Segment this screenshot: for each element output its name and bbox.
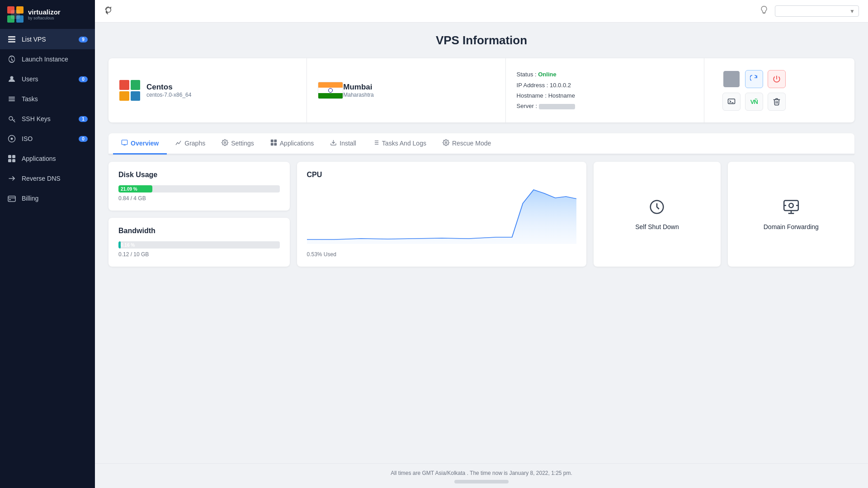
hostname-label: Hostname : (517, 92, 547, 99)
sidebar-label-applications: Applications (22, 155, 88, 162)
domain-forwarding-label: Domain Forwarding (764, 223, 819, 230)
tab-settings[interactable]: Settings (213, 133, 262, 155)
self-shutdown-icon (648, 198, 665, 219)
svg-rect-31 (274, 143, 277, 145)
os-version: centos-7.0-x86_64 (146, 92, 191, 98)
search-bar[interactable]: ▼ (775, 5, 859, 17)
domain-forwarding-icon (783, 198, 800, 219)
svg-point-27 (224, 142, 226, 144)
sidebar-item-launch-instance[interactable]: Launch Instance (0, 49, 95, 69)
sidebar-label-launch-instance: Launch Instance (22, 56, 88, 63)
os-card: Centos centos-7.0-x86_64 (108, 58, 307, 122)
tab-settings-icon (222, 139, 228, 147)
topbar: ▼ (95, 0, 868, 23)
svg-point-39 (445, 142, 447, 144)
svg-point-45 (789, 203, 793, 208)
svg-rect-7 (8, 41, 15, 42)
os-name: Centos (146, 83, 191, 92)
refresh-icon[interactable] (104, 5, 113, 17)
sidebar-item-ssh-keys[interactable]: SSH Keys 1 (0, 109, 95, 129)
svg-point-14 (11, 138, 13, 140)
svg-rect-29 (274, 140, 277, 142)
footer: All times are GMT Asia/Kolkata . The tim… (95, 463, 868, 488)
sidebar-label-users: Users (22, 75, 79, 83)
ssh-keys-icon (7, 114, 16, 123)
svg-point-8 (10, 76, 14, 80)
status-row: Status : Online IP Address : 10.0.0.2 Ho… (517, 69, 575, 112)
tab-settings-label: Settings (231, 140, 254, 147)
iso-badge: 0 (79, 136, 88, 142)
cpu-card: CPU 0.53% (297, 162, 587, 267)
sidebar-item-reverse-dns[interactable]: Reverse DNS (0, 169, 95, 188)
cpu-used: 0.53% Used (307, 251, 577, 258)
svg-rect-22 (728, 99, 735, 104)
sidebar-item-list-vps[interactable]: List VPS 9 (0, 29, 95, 49)
list-vps-badge: 9 (79, 37, 88, 42)
status-label: Status : (517, 71, 537, 78)
page-content: VPS Information Centos centos-7.0-x86_64 (95, 23, 868, 463)
svg-rect-24 (122, 140, 127, 145)
disk-percent: 21.09 % (121, 187, 137, 192)
dropdown-arrow-icon[interactable]: ▼ (849, 8, 855, 14)
tab-tasks-logs[interactable]: Tasks And Logs (364, 133, 434, 155)
tab-rescue-mode[interactable]: Rescue Mode (434, 133, 499, 155)
sidebar-item-tasks[interactable]: Tasks (0, 89, 95, 109)
tab-applications[interactable]: Applications (262, 133, 322, 155)
ip-label: IP Address : (517, 82, 548, 89)
virtualizor-logo-icon (7, 6, 24, 23)
tab-tasks-logs-label: Tasks And Logs (382, 140, 426, 147)
disk-title: Disk Usage (118, 171, 280, 179)
svg-rect-18 (12, 159, 15, 162)
sidebar-label-list-vps: List VPS (22, 36, 79, 43)
svg-rect-5 (8, 36, 15, 38)
action-buttons-card: VÑ (704, 58, 854, 122)
search-input[interactable] (779, 8, 847, 14)
location-card: Mumbai Maharashtra (307, 58, 505, 122)
vnc-button[interactable]: VÑ (745, 93, 763, 111)
sidebar-item-applications[interactable]: Applications (0, 149, 95, 169)
delete-button[interactable] (768, 93, 786, 111)
hostname-value: Hostname (548, 92, 575, 99)
status-value: Online (538, 71, 556, 78)
tab-install[interactable]: Install (322, 133, 364, 155)
disk-bandwidth-column: Disk Usage 21.09 % 0.84 / 4 GB Bandwidth… (108, 162, 290, 267)
console-button[interactable] (722, 93, 741, 111)
city-name: Mumbai (343, 83, 373, 92)
power-button[interactable] (768, 70, 786, 88)
svg-rect-10 (9, 99, 15, 99)
bandwidth-percent: 0.16 % (121, 243, 135, 248)
disk-progress-fill: 21.09 % (118, 185, 152, 192)
page-title: VPS Information (108, 33, 854, 47)
tabs-bar: Overview Graphs Settings Applications (108, 133, 854, 155)
sidebar-item-billing[interactable]: Billing (0, 188, 95, 208)
sidebar-logo: virtualizor by softaculous (0, 0, 95, 29)
sidebar-label-reverse-dns: Reverse DNS (22, 175, 88, 182)
sidebar-item-users[interactable]: Users 0 (0, 69, 95, 89)
svg-rect-4 (11, 10, 20, 19)
applications-icon (7, 154, 16, 163)
tab-rescue-mode-label: Rescue Mode (452, 140, 491, 147)
tab-overview[interactable]: Overview (113, 133, 167, 155)
self-shutdown-card[interactable]: Self Shut Down (594, 162, 720, 267)
cpu-title: CPU (307, 171, 577, 179)
bulb-icon[interactable] (760, 5, 769, 17)
stop-button[interactable] (723, 71, 740, 87)
status-card: Status : Online IP Address : 10.0.0.2 Ho… (506, 58, 704, 122)
vnc-label: VÑ (750, 99, 758, 105)
india-flag (318, 82, 343, 99)
sidebar-item-iso[interactable]: ISO 0 (0, 129, 95, 149)
ssh-keys-badge: 1 (79, 116, 88, 122)
users-icon (7, 75, 16, 84)
tab-tasks-logs-icon (373, 139, 379, 147)
reverse-dns-icon (7, 174, 16, 183)
tab-applications-label: Applications (280, 140, 314, 147)
restart-button[interactable] (745, 70, 763, 88)
main-content: ▼ VPS Information Centos centos-7.0-x86_… (95, 0, 868, 488)
tab-graphs[interactable]: Graphs (167, 133, 213, 155)
ip-value: 10.0.0.2 (550, 82, 571, 89)
domain-forwarding-card[interactable]: Domain Forwarding (728, 162, 854, 267)
vps-info-cards: Centos centos-7.0-x86_64 Mumbai Maharash… (108, 58, 854, 122)
svg-rect-16 (12, 155, 15, 158)
action-icons-grid: VÑ (709, 63, 799, 118)
svg-rect-11 (9, 100, 15, 101)
